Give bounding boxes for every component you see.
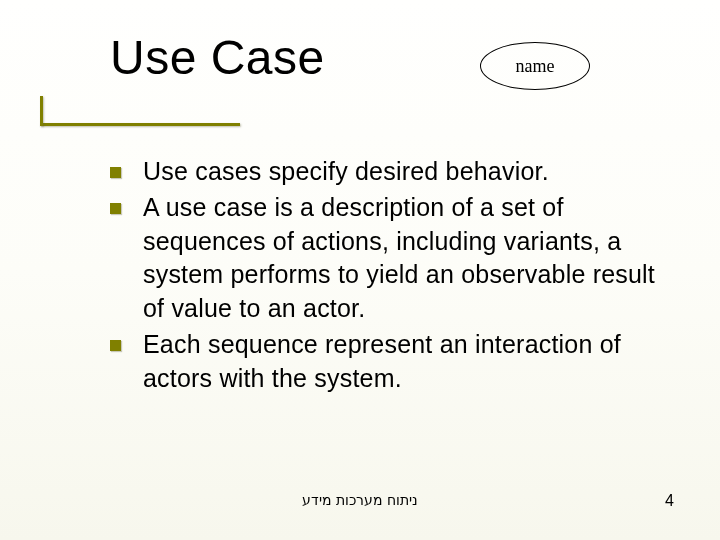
bullet-text: Use cases specify desired behavior.	[143, 155, 549, 189]
oval-label: name	[516, 56, 555, 77]
bullet-text: A use case is a description of a set of …	[143, 191, 670, 326]
body-content: Use cases specify desired behavior. A us…	[110, 155, 670, 397]
footer-center-text: ניתוח מערכות מידע	[302, 492, 418, 508]
use-case-oval: name	[480, 42, 590, 90]
bullet-item: Each sequence represent an interaction o…	[110, 328, 670, 396]
bullet-item: Use cases specify desired behavior.	[110, 155, 670, 189]
page-number: 4	[665, 492, 674, 510]
bullet-item: A use case is a description of a set of …	[110, 191, 670, 326]
bullet-square-icon	[110, 340, 121, 351]
title-underline	[40, 123, 240, 126]
title-tick	[40, 96, 43, 126]
bullet-text: Each sequence represent an interaction o…	[143, 328, 670, 396]
bullet-square-icon	[110, 167, 121, 178]
footer: ניתוח מערכות מידע 4	[0, 492, 720, 516]
bullet-square-icon	[110, 203, 121, 214]
